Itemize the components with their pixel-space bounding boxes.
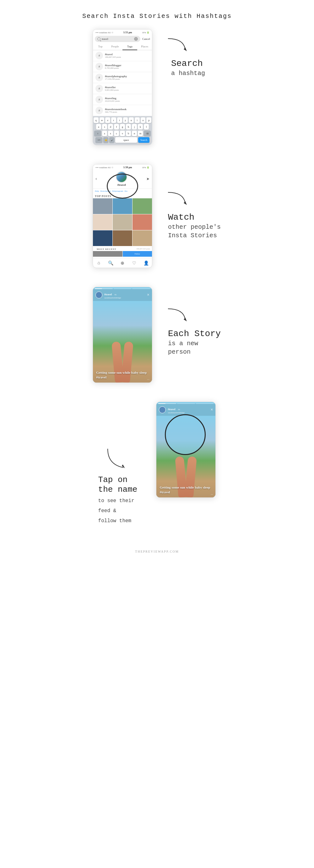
key-h[interactable]: h [126, 124, 131, 130]
stories-back-btn[interactable]: ‹ [95, 176, 97, 181]
hashtag-row-3[interactable]: # #traveller 9,901,866 posts [93, 83, 152, 94]
story-hashtag: #travel [104, 293, 112, 296]
story-avatar [95, 291, 103, 299]
key-emoji[interactable]: 😊 [103, 137, 108, 143]
story-time: 4h [114, 293, 116, 296]
key-r[interactable]: r [111, 117, 116, 123]
key-k[interactable]: k [138, 124, 143, 130]
tab-top[interactable]: Top [93, 43, 108, 50]
tab-tags[interactable]: Tags [122, 43, 137, 50]
key-y[interactable]: y [123, 117, 128, 123]
tab-people[interactable]: People [108, 43, 122, 50]
nav-heart-icon[interactable]: ♡ [132, 260, 137, 266]
pill-1[interactable]: #travelgram [100, 190, 111, 192]
key-123[interactable]: 123 [95, 137, 103, 143]
post-cell-4[interactable] [113, 214, 132, 230]
post-cell-2[interactable] [133, 198, 152, 214]
story-username[interactable]: sarahmarieeldridge [104, 297, 121, 299]
top-posts-label: TOP POSTS [93, 194, 152, 198]
post-cell-0[interactable] [93, 198, 112, 214]
pill-2[interactable]: #tripstagram [112, 190, 123, 192]
mini-post-1[interactable]: Follow [123, 251, 152, 257]
key-q[interactable]: q [93, 117, 98, 123]
story-username-2[interactable]: sarahmarieeldridge [168, 411, 184, 414]
key-i[interactable]: i [135, 117, 140, 123]
key-m[interactable]: m [138, 130, 143, 136]
story-close-btn[interactable]: × [147, 292, 149, 298]
key-c[interactable]: c [114, 130, 119, 136]
key-b[interactable]: b [126, 130, 131, 136]
post-cell-8[interactable] [133, 230, 152, 246]
key-l[interactable]: l [144, 124, 149, 130]
story-annotation: Each Story is a new person [165, 287, 221, 355]
stories-hashtag-label: #travel [117, 183, 126, 186]
key-j[interactable]: j [132, 124, 137, 130]
story-dots: ··· [147, 378, 150, 381]
stories-avatar[interactable] [116, 171, 127, 183]
key-x[interactable]: x [108, 130, 113, 136]
footer: THEPREVIEWAPP.COM [0, 544, 314, 563]
key-shift[interactable]: ⇧ [94, 130, 101, 136]
hashtag-name-5: #travelersnotebook [105, 107, 149, 111]
watch-annotation-line2: Insta Stories [168, 232, 221, 239]
key-space[interactable]: space [115, 137, 137, 143]
nav-search-icon[interactable]: 🔍 [108, 260, 113, 266]
key-p[interactable]: p [146, 117, 151, 123]
pill-3[interactable]: #ru [124, 190, 127, 192]
kb-row-4: 123 😊 🎤 space Search [93, 137, 151, 143]
search-input-box[interactable]: travel × [95, 36, 140, 42]
story-user-info-2: #travel 4h sarahmarieeldridge [168, 406, 184, 414]
hashtag-row-1[interactable]: # #travelblogger 8,785,080 posts [93, 61, 152, 72]
nav-home-icon[interactable]: ⌂ [96, 260, 102, 266]
key-w[interactable]: w [99, 117, 105, 123]
mini-post-0[interactable] [93, 251, 122, 257]
tab-places[interactable]: Places [137, 43, 152, 50]
key-v[interactable]: v [120, 130, 125, 136]
key-s[interactable]: s [102, 124, 107, 130]
hashtag-count-2: 17,129,258 posts [105, 78, 149, 80]
nav-profile-icon[interactable]: 👤 [143, 260, 149, 266]
key-a[interactable]: a [96, 124, 101, 130]
nav-add-icon[interactable]: ⊕ [120, 260, 125, 266]
key-n[interactable]: n [132, 130, 137, 136]
arrow-curved-right-icon [105, 445, 130, 471]
hashtag-icon-2: # [95, 74, 103, 81]
post-cell-6[interactable] [93, 230, 112, 246]
key-e[interactable]: e [105, 117, 110, 123]
watch-annotation: Watch other people's Insta Stories [165, 164, 221, 239]
stories-send-icon[interactable]: ➤ [146, 177, 149, 181]
post-cell-1[interactable] [113, 198, 132, 214]
hashtag-pills-row: #trip #travelgram #tripstagram #ru [93, 189, 152, 194]
key-delete[interactable]: ⌫ [144, 130, 151, 136]
key-f[interactable]: f [114, 124, 119, 130]
story-close-btn-2[interactable]: × [211, 407, 213, 412]
post-cell-7[interactable] [113, 230, 132, 246]
story-annotation-line2: is a new [168, 340, 221, 347]
key-o[interactable]: o [141, 117, 146, 123]
hashtag-row-4[interactable]: # #traveling 20,633,691 posts [93, 94, 152, 105]
cancel-button[interactable]: Cancel [142, 37, 150, 40]
key-d[interactable]: d [108, 124, 113, 130]
hashtag-info-3: #traveller 9,901,866 posts [105, 86, 149, 91]
tap-title-2: the name [98, 485, 138, 495]
hashtag-row-2[interactable]: # #travelphotography 17,129,258 posts [93, 72, 152, 83]
pill-0[interactable]: #trip [95, 190, 99, 192]
bottom-nav: ⌂ 🔍 ⊕ ♡ 👤 [93, 258, 152, 268]
hashtag-name-3: #traveller [105, 86, 149, 89]
key-u[interactable]: u [129, 117, 134, 123]
hashtag-icon-4: # [95, 96, 103, 103]
story-hashtag-2: #travel [168, 408, 175, 411]
key-t[interactable]: t [117, 117, 122, 123]
story-annotation-line1: Each Story [168, 329, 221, 339]
keyboard: q w e r t y u i o p a s d f g h [93, 116, 152, 145]
key-mic[interactable]: 🎤 [109, 137, 114, 143]
hashtag-row-0[interactable]: # #travel 180,607,525 posts [93, 50, 152, 61]
hashtag-row-5[interactable]: # #travelersnotebook 366,770 posts [93, 105, 152, 116]
search-clear-btn[interactable]: × [134, 37, 138, 41]
key-z[interactable]: z [102, 130, 107, 136]
post-cell-3[interactable] [93, 214, 112, 230]
key-search[interactable]: Search [138, 137, 149, 143]
key-g[interactable]: g [120, 124, 125, 130]
post-cell-5[interactable] [133, 214, 152, 230]
status-battery-2: 35% 🔋 [142, 166, 149, 169]
